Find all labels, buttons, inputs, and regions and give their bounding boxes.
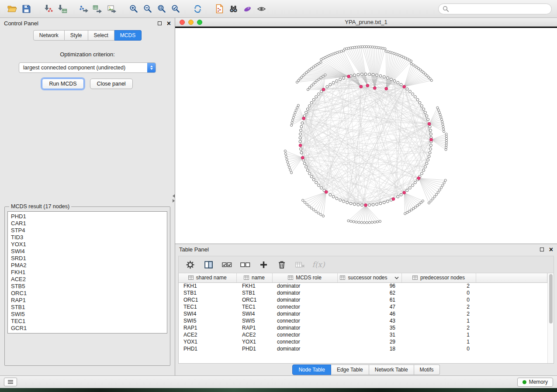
delete-column-button[interactable] [276,258,288,271]
table-settings-button[interactable] [184,258,196,271]
column-header-predecessor-nodes[interactable]: predecessor nodes [401,273,476,282]
tab-edge-table[interactable]: Edge Table [331,364,369,375]
mcds-result-item[interactable]: PMA2 [11,262,164,269]
mcds-result-item[interactable]: SWI4 [11,248,164,255]
tab-node-table[interactable]: Node Table [292,364,331,375]
mcds-result-list[interactable]: PHD1CAR1STP4TID3YOX1SWI4SRD1PMA2FKH1ACE2… [7,211,167,334]
table-row[interactable]: RAP1RAP1dominator352 [179,324,547,331]
mcds-result-item[interactable]: RAP1 [11,297,164,304]
table-row[interactable]: ACE2ACE2connector311 [179,331,547,338]
mcds-result-item[interactable]: STP4 [11,227,164,234]
tab-motifs[interactable]: Motifs [414,364,440,375]
binoculars-icon [229,5,238,13]
table-cell: STB1 [236,289,272,296]
import-table-button[interactable] [55,2,69,16]
table-cell: SWI4 [179,310,236,317]
window-close-button[interactable] [180,20,185,25]
table-row[interactable]: PHD1PHD1dominator180 [179,345,547,352]
select-all-rows-button[interactable] [221,258,233,271]
column-header-successor-nodes[interactable]: successor nodes [337,273,401,282]
mcds-result-item[interactable]: PHD1 [11,213,164,220]
table-cell: dominator [272,345,337,352]
tab-select[interactable]: Select [88,30,114,41]
network-window-titlebar[interactable]: YPA_prune.txt_1 [175,18,557,27]
network-graph[interactable] [175,28,557,244]
search-input[interactable] [452,6,547,12]
table-row[interactable]: FKH1FKH1dominator962 [179,282,547,289]
zoom-out-button[interactable] [141,2,155,16]
network-from-selection-button[interactable] [212,2,226,16]
column-header-shared-name[interactable]: shared name [179,273,236,282]
style-preview-button[interactable] [240,2,254,16]
memory-status-icon [522,380,526,384]
table-toolbar: f(x) [178,256,554,273]
mcds-result-item[interactable]: STB1 [11,304,164,311]
node-table: shared name name MCDS role successor nod… [179,273,547,352]
hide-details-button[interactable] [254,2,268,16]
gear-icon [185,260,195,270]
refresh-icon [193,4,202,14]
close-panel-button[interactable]: Close panel [90,79,133,89]
network-window-title: YPA_prune.txt_1 [345,19,387,25]
deselect-all-rows-button[interactable] [239,258,251,271]
run-mcds-button[interactable]: Run MCDS [42,79,83,89]
memory-button[interactable]: Memory [517,378,553,387]
tab-network-table[interactable]: Network Table [369,364,414,375]
table-row[interactable]: STB1STB1dominator620 [179,289,547,296]
task-history-button[interactable] [4,378,17,386]
network-from-selection-icon [215,4,224,14]
search-box[interactable] [438,3,552,14]
find-button[interactable] [226,2,240,16]
mcds-result-item[interactable]: ORC1 [11,290,164,297]
tab-network[interactable]: Network [33,30,65,41]
table-row[interactable]: SWI4SWI4dominator462 [179,310,547,317]
mcds-result-item[interactable]: ACE2 [11,276,164,283]
splitter-handle[interactable] [173,194,175,203]
table-cell: 96 [337,282,401,289]
column-header-filler [476,273,547,282]
zoom-fit-button[interactable] [155,2,169,16]
refresh-button[interactable] [190,2,204,16]
float-table-panel-button[interactable] [540,248,544,251]
scrollbar-thumb[interactable] [549,274,553,323]
mcds-result-item[interactable]: TID3 [11,234,164,241]
mcds-result-item[interactable]: SWI5 [11,311,164,318]
table-header-row: shared name name MCDS role successor nod… [179,273,547,282]
window-minimize-button[interactable] [188,20,194,25]
trash-icon [277,260,287,269]
mcds-result-item[interactable]: YOX1 [11,241,164,248]
open-button[interactable] [5,2,19,16]
float-panel-button[interactable] [158,21,162,25]
zoom-selected-button[interactable] [169,2,183,16]
table-scrollbar[interactable] [547,273,554,363]
column-header-mcds-role[interactable]: MCDS role [272,273,337,282]
save-button[interactable] [19,2,33,16]
criterion-select[interactable]: largest connected component (undirected) [19,62,156,73]
network-canvas [175,27,557,244]
mcds-result-item[interactable]: SRD1 [11,255,164,262]
table-row[interactable]: TEC1TEC1connector472 [179,303,547,310]
mcds-result-item[interactable]: FKH1 [11,269,164,276]
table-row[interactable]: SWI5SWI5connector431 [179,317,547,324]
import-network-icon [43,4,53,14]
mcds-result-item[interactable]: CAR1 [11,220,164,227]
mcds-result-item[interactable]: TEC1 [11,318,164,325]
mcds-result-item[interactable]: STB5 [11,283,164,290]
export-table-button[interactable] [91,2,105,16]
mcds-result-item[interactable]: GCR1 [11,325,164,332]
table-row[interactable]: YOX1YOX1connector291 [179,338,547,345]
export-image-button[interactable] [105,2,119,16]
tab-style[interactable]: Style [65,30,88,41]
add-column-button[interactable] [257,258,270,271]
tab-mcds[interactable]: MCDS [114,30,142,41]
export-network-button[interactable] [77,2,91,16]
table-row[interactable]: ORC1ORC1dominator610 [179,296,547,303]
column-header-name[interactable]: name [236,273,272,282]
import-network-button[interactable] [41,2,55,16]
show-columns-button[interactable] [202,258,214,271]
zoom-in-button[interactable] [127,2,141,16]
network-window: YPA_prune.txt_1 [175,18,557,244]
window-zoom-button[interactable] [197,20,202,25]
close-panel-icon-button[interactable]: × [167,20,171,27]
close-table-panel-button[interactable]: × [549,246,553,253]
